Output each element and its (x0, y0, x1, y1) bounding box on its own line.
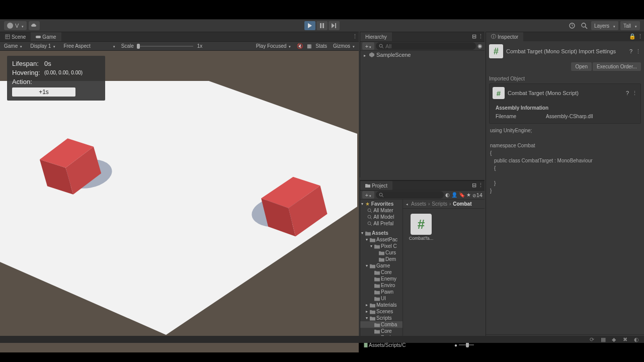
tab-hierarchy[interactable]: Hierarchy (360, 32, 392, 41)
create-asset-button[interactable]: + (362, 191, 374, 199)
tree-folder-item[interactable]: UI (360, 295, 403, 302)
chevron-down-icon (634, 23, 637, 29)
activity-icon[interactable]: ◐ (634, 336, 640, 342)
tree-folder-item[interactable]: Comba (360, 321, 403, 328)
assembly-title: Assembly Information (496, 105, 634, 111)
breadcrumb-item[interactable]: Scripts (432, 201, 447, 207)
favorite-item[interactable]: All Mater (360, 207, 403, 214)
panel-dock-button[interactable]: ⊟ ⋮ (472, 33, 484, 40)
svg-line-24 (382, 196, 383, 197)
assets-header[interactable]: ▾Assets (360, 230, 403, 236)
execution-order-button[interactable]: Execution Order... (593, 62, 641, 71)
expand-toggle[interactable] (362, 52, 367, 58)
tree-folder-item[interactable]: Pawn (360, 289, 403, 295)
tab-scene[interactable]: Scene (0, 32, 31, 41)
scene-picker-button[interactable]: ◉ (477, 43, 482, 49)
project-breadcrumb: Assets› Scripts› Combat (403, 200, 485, 209)
imported-title: Combat Target (Mono Script) (508, 90, 623, 96)
hierarchy-search[interactable]: All (376, 42, 476, 50)
svg-rect-31 (364, 342, 368, 347)
tree-folder-item[interactable]: ▾Game (360, 262, 403, 269)
plus-one-second-button[interactable]: +1s (12, 87, 75, 97)
tab-project[interactable]: Project (360, 181, 392, 190)
display-dropdown[interactable]: Display 1 (28, 43, 57, 49)
footer-path: Assets/Scripts/C (369, 342, 406, 348)
project-tree: ▾★ Favorites All Mater All Model All Pre… (360, 200, 403, 340)
tab-inspector[interactable]: ⓘ Inspector (486, 32, 523, 41)
project-search[interactable] (376, 191, 444, 199)
hierarchy-tabs: Hierarchy ⊟ ⋮ (360, 32, 485, 41)
account-button[interactable]: V (4, 21, 27, 30)
imported-object-label: Imported Object (486, 72, 644, 83)
vsync-button[interactable]: ▦ (307, 43, 311, 49)
open-button[interactable]: Open (571, 62, 591, 71)
lifespan-label: Lifespan: (12, 60, 44, 67)
bug-icon[interactable]: ✖ (623, 336, 629, 342)
breadcrumb-item[interactable]: Assets (411, 201, 426, 207)
favorite-item[interactable]: All Prefal (360, 220, 403, 227)
grid-size-slider[interactable]: ● (454, 342, 481, 348)
mute-button[interactable]: 🔇 (297, 43, 303, 49)
scene-row[interactable]: SampleScene (360, 51, 485, 59)
tree-folder-item[interactable]: Enemy (360, 276, 403, 282)
imported-object-box: # Combat Target (Mono Script) ? ⋮ Assemb… (489, 83, 641, 124)
layout-dropdown[interactable]: Tall (620, 21, 640, 30)
tab-game[interactable]: Game (31, 32, 61, 41)
cloud-button[interactable] (29, 21, 40, 30)
tree-folder-item[interactable]: ▸Materials (360, 302, 403, 308)
help-button[interactable]: ? (629, 48, 632, 54)
pause-button[interactable] (316, 21, 328, 30)
search-button[interactable] (579, 21, 589, 30)
panel-dock-button[interactable]: ⊟ ⋮ (472, 182, 484, 189)
filter-by-label-button[interactable]: 👤 (451, 192, 457, 198)
create-button[interactable]: + (362, 42, 374, 50)
breadcrumb-item[interactable]: Combat (453, 201, 471, 207)
save-search-button[interactable]: 🔖 (459, 192, 465, 198)
aspect-dropdown[interactable]: Free Aspect (61, 43, 117, 49)
tree-folder-item[interactable]: Enviro (360, 282, 403, 289)
hovering-value: (0.00, 0.00, 0.00) (44, 70, 83, 75)
tree-folder-item[interactable]: Core (360, 328, 403, 334)
panel-lock-button[interactable]: 🔒 ⋮ (629, 33, 643, 40)
help-button[interactable]: ? (626, 90, 629, 96)
panel-menu[interactable]: ⋮ (352, 33, 358, 40)
tree-folder-item[interactable]: ▸Scenes (360, 308, 403, 315)
tree-folder-item[interactable]: Core (360, 269, 403, 276)
grid-icon[interactable]: ▦ (601, 336, 607, 342)
lifespan-value: 0s (44, 60, 51, 67)
user-icon (7, 23, 13, 29)
tree-folder-item[interactable]: Dem (360, 256, 403, 262)
scene-name: SampleScene (376, 52, 411, 58)
tree-folder-item[interactable]: ▾Pixel C (360, 243, 403, 249)
tree-folder-item[interactable]: ▾Scripts (360, 315, 403, 321)
play-focused-dropdown[interactable]: Play Focused (254, 43, 293, 49)
svg-marker-22 (369, 52, 374, 57)
asset-script-item[interactable]: # CombatTa... (408, 214, 434, 241)
play-button[interactable] (304, 21, 315, 30)
unity-scene-icon (369, 52, 375, 58)
scale-slider[interactable] (138, 46, 193, 47)
tree-folder-item[interactable]: Curs (360, 249, 403, 256)
back-button[interactable] (405, 203, 411, 206)
tree-folder-item[interactable]: ▾AssetPac (360, 236, 403, 243)
layers-dropdown[interactable]: Layers (591, 21, 618, 30)
hidden-count-button[interactable]: ⊘14 (472, 192, 482, 198)
menu-button[interactable]: ⋮ (635, 48, 641, 55)
inspector-header: # Combat Target (Mono Script) Import Set… (486, 41, 644, 61)
step-button[interactable] (329, 21, 340, 30)
favorite-button[interactable]: ★ (466, 192, 471, 198)
undo-history-button[interactable] (567, 21, 577, 30)
auto-refresh-icon[interactable]: ⟳ (590, 336, 596, 342)
filter-by-type-button[interactable]: ◐ (445, 192, 450, 198)
menu-button[interactable]: ⋮ (632, 90, 637, 97)
cache-icon[interactable]: ◆ (612, 336, 618, 342)
game-mode-dropdown[interactable]: Game (2, 43, 24, 49)
game-view[interactable]: Lifespan:0s Hovering:(0.00, 0.00, 0.00) … (0, 51, 359, 352)
favorites-header[interactable]: ▾★ Favorites (360, 201, 403, 207)
stats-button[interactable]: Stats (315, 43, 327, 49)
svg-line-5 (585, 27, 587, 29)
favorite-item[interactable]: All Model (360, 214, 403, 220)
asset-grid[interactable]: # CombatTa... (403, 209, 485, 246)
gizmos-dropdown[interactable]: Gizmos (331, 43, 357, 49)
debug-overlay: Lifespan:0s Hovering:(0.00, 0.00, 0.00) … (7, 56, 105, 101)
